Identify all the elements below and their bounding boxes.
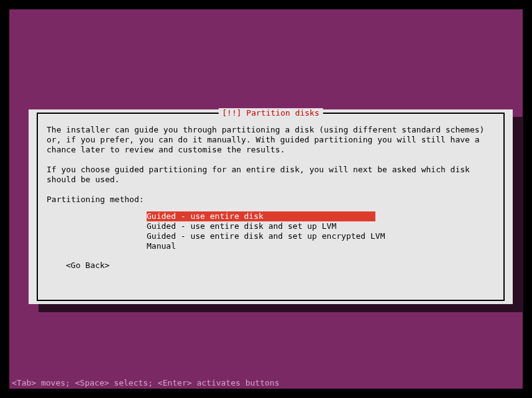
dialog-title: [!!] Partition disks: [218, 108, 323, 118]
status-bar: <Tab> moves; <Space> selects; <Enter> ac…: [12, 378, 279, 387]
dialog-border: [!!] Partition disks The installer can g…: [37, 113, 505, 301]
dialog-content: The installer can guide you through part…: [38, 114, 503, 278]
option-guided-encrypted-lvm[interactable]: Guided - use entire disk and set up encr…: [147, 231, 495, 241]
option-guided-lvm[interactable]: Guided - use entire disk and set up LVM: [147, 221, 495, 231]
option-guided-entire-disk[interactable]: Guided - use entire disk: [147, 211, 495, 221]
go-back-button[interactable]: <Go Back>: [66, 261, 495, 271]
intro-paragraph-1: The installer can guide you through part…: [47, 125, 495, 155]
intro-paragraph-2: If you choose guided partitioning for an…: [47, 165, 495, 185]
option-label: Guided - use entire disk: [147, 211, 375, 221]
option-manual[interactable]: Manual: [147, 241, 495, 251]
partitioning-options: Guided - use entire disk Guided - use en…: [147, 211, 495, 251]
desktop-background: [!!] Partition disks The installer can g…: [9, 9, 523, 389]
partition-dialog: [!!] Partition disks The installer can g…: [29, 109, 513, 304]
partitioning-method-prompt: Partitioning method:: [47, 195, 495, 205]
